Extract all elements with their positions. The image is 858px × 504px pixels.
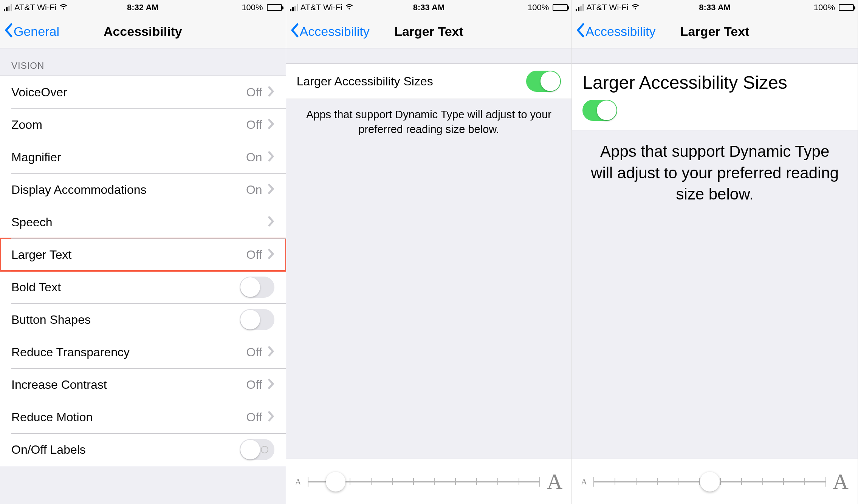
status-bar: AT&T Wi-Fi 8:33 AM 100% (286, 0, 572, 15)
wifi-icon (345, 2, 354, 13)
carrier-label: AT&T Wi-Fi (586, 3, 629, 12)
row-value: Off (246, 410, 262, 424)
row-larger-text[interactable]: Larger Text Off (0, 238, 286, 271)
nav-bar: Accessibility Larger Text (286, 15, 572, 48)
chevron-right-icon (268, 378, 274, 391)
row-label: On/Off Labels (11, 443, 86, 457)
chevron-left-icon (4, 23, 14, 41)
back-label: General (14, 24, 59, 39)
chevron-right-icon (268, 248, 274, 261)
status-bar: AT&T Wi-Fi 8:32 AM 100% (0, 0, 286, 15)
toggle-bold-text[interactable] (240, 277, 274, 298)
signal-icon (4, 4, 12, 11)
status-time: 8:33 AM (669, 3, 761, 12)
row-label: Button Shapes (11, 313, 91, 327)
toggle-button-shapes[interactable] (240, 309, 274, 330)
text-size-slider[interactable] (308, 470, 540, 493)
chevron-right-icon (268, 151, 274, 164)
settings-list: VoiceOver Off Zoom Off Magnifier On Disp… (0, 76, 286, 466)
row-label: Magnifier (11, 150, 61, 164)
row-label: Larger Text (11, 248, 72, 262)
chevron-right-icon (268, 183, 274, 196)
row-value: On (246, 150, 262, 164)
text-size-slider-area: A A (286, 459, 572, 504)
slider-knob[interactable] (700, 472, 720, 492)
row-magnifier[interactable]: Magnifier On (0, 141, 286, 173)
chevron-right-icon (268, 118, 274, 131)
row-label: Display Accommodations (11, 183, 146, 197)
chevron-right-icon (268, 216, 274, 229)
footer-text: Apps that support Dynamic Type will adju… (286, 99, 572, 145)
row-increase-contrast[interactable]: Increase Contrast Off (0, 368, 286, 401)
row-speech[interactable]: Speech (0, 206, 286, 238)
row-reduce-transparency[interactable]: Reduce Transparency Off (0, 336, 286, 368)
a-small-icon: A (581, 477, 587, 487)
row-label: Speech (11, 215, 53, 229)
back-button[interactable]: Accessibility (572, 23, 655, 41)
toggle-group: Larger Accessibility Sizes (572, 63, 858, 130)
carrier-label: AT&T Wi-Fi (300, 3, 343, 12)
row-label: Zoom (11, 118, 42, 132)
status-time: 8:32 AM (96, 3, 189, 12)
toggle-group: Larger Accessibility Sizes (286, 63, 572, 99)
battery-icon (267, 4, 282, 11)
row-label: Bold Text (11, 280, 61, 294)
wifi-icon (59, 2, 68, 13)
status-bar: AT&T Wi-Fi 8:33 AM 100% (572, 0, 858, 15)
section-header-vision: Vision (0, 48, 286, 76)
row-larger-sizes: Larger Accessibility Sizes (286, 64, 572, 99)
footer-text: Apps that support Dynamic Type will adju… (572, 130, 858, 216)
toggle-larger-sizes[interactable] (526, 71, 561, 92)
nav-bar: General Accessibility (0, 15, 286, 48)
back-label: Accessibility (585, 24, 655, 39)
screen-larger-text: AT&T Wi-Fi 8:33 AM 100% Accessibility La… (286, 0, 572, 504)
chevron-left-icon (576, 23, 585, 41)
slider-knob[interactable] (326, 472, 345, 492)
screen-larger-text-scaled: AT&T Wi-Fi 8:33 AM 100% Accessibility La… (572, 0, 858, 504)
battery-pct: 100% (242, 3, 263, 12)
battery-pct: 100% (528, 3, 549, 12)
carrier-label: AT&T Wi-Fi (14, 3, 57, 12)
row-label: Increase Contrast (11, 378, 107, 392)
row-value: Off (246, 85, 262, 99)
a-large-icon: A (833, 469, 849, 494)
text-size-slider[interactable] (594, 470, 826, 493)
nav-bar: Accessibility Larger Text (572, 15, 858, 48)
row-value: On (246, 183, 262, 197)
row-value: Off (246, 118, 262, 132)
signal-icon (576, 4, 584, 11)
toggle-label: Larger Accessibility Sizes (582, 72, 787, 93)
row-onoff-labels: On/Off Labels (0, 433, 286, 466)
row-bold-text: Bold Text (0, 271, 286, 303)
row-button-shapes: Button Shapes (0, 303, 286, 336)
toggle-larger-sizes[interactable] (582, 100, 617, 121)
battery-icon (553, 4, 568, 11)
wifi-icon (631, 2, 640, 13)
back-button[interactable]: General (0, 23, 59, 41)
toggle-onoff-labels[interactable] (240, 439, 274, 460)
chevron-right-icon (268, 86, 274, 99)
chevron-right-icon (268, 411, 274, 424)
row-voiceover[interactable]: VoiceOver Off (0, 76, 286, 108)
chevron-left-icon (290, 23, 300, 41)
row-value: Off (246, 248, 262, 262)
row-label: VoiceOver (11, 85, 67, 99)
row-reduce-motion[interactable]: Reduce Motion Off (0, 401, 286, 433)
battery-pct: 100% (814, 3, 835, 12)
toggle-label: Larger Accessibility Sizes (297, 74, 433, 88)
chevron-right-icon (268, 346, 274, 359)
row-value: Off (246, 378, 262, 392)
back-button[interactable]: Accessibility (286, 23, 370, 41)
row-value: Off (246, 345, 262, 359)
text-size-slider-area: A A (572, 459, 858, 504)
a-small-icon: A (295, 477, 301, 487)
a-large-icon: A (547, 469, 562, 494)
back-label: Accessibility (300, 24, 370, 39)
status-time: 8:33 AM (383, 3, 475, 12)
signal-icon (290, 4, 298, 11)
battery-icon (839, 4, 854, 11)
row-zoom[interactable]: Zoom Off (0, 108, 286, 141)
row-larger-sizes: Larger Accessibility Sizes (572, 64, 858, 130)
row-label: Reduce Motion (11, 410, 93, 424)
row-display-accommodations[interactable]: Display Accommodations On (0, 173, 286, 206)
